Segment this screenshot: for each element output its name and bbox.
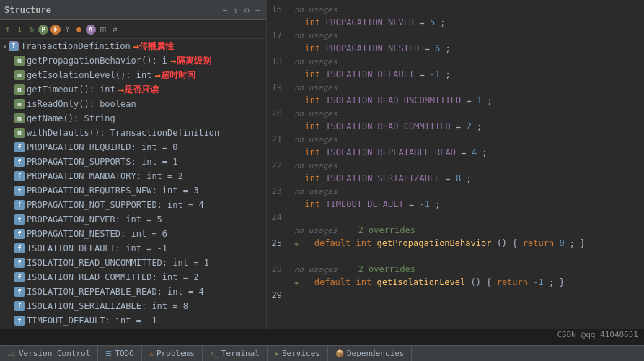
collapse-arrow: ▾	[3, 43, 7, 51]
down-arrow-btn[interactable]: ↓	[15, 23, 25, 35]
item-label-14: ISOLATION_DEFAULT: int = -1	[27, 243, 167, 253]
tree-root[interactable]: ▾ I TransactionDefinition → 传播属性	[0, 39, 266, 53]
code-content: no usages int PROPAGATION_NEVER = 5 ; no…	[288, 0, 644, 329]
purple-circle-btn[interactable]: Λ	[86, 25, 96, 35]
kw-int6: int	[304, 147, 320, 157]
item-label-4: isReadOnly(): boolean	[27, 99, 136, 109]
line-num-blank7	[270, 172, 282, 185]
settings-icon[interactable]: ⚙	[243, 4, 251, 16]
refresh-btn[interactable]: ↻	[27, 24, 37, 35]
var-isolation-repeatable-read: ISOLATION_REPEATABLE_READ	[325, 147, 456, 157]
item-label-19: TIMEOUT_DEFAULT: int = -1	[27, 316, 157, 326]
line-num-blank4	[270, 94, 282, 107]
no-usages-4: no usages	[294, 83, 338, 92]
kw-default: default	[314, 238, 351, 248]
equals4: =	[466, 95, 476, 105]
tree-item-16[interactable]: f ISOLATION_READ_COMMITTED: int = 2	[0, 270, 266, 284]
expand2-btn[interactable]: ⇄	[110, 24, 120, 35]
orange-circle-btn[interactable]: F	[50, 25, 61, 35]
tree-item-14[interactable]: f ISOLATION_DEFAULT: int = -1	[0, 241, 266, 256]
tree-item-10[interactable]: f PROPAGATION_REQUIRES_NEW: int = 3	[0, 183, 266, 198]
semi2: ;	[446, 43, 451, 53]
item-label-10: PROPAGATION_REQUIRES_NEW: int = 3	[27, 186, 198, 196]
tree-content: ▾ I TransactionDefinition → 传播属性 m getPr…	[0, 39, 266, 329]
line-num-blank1	[270, 16, 282, 29]
up-arrow-btn[interactable]: ↑	[3, 23, 13, 35]
code-line-21: no usages 2 overrides	[294, 263, 638, 276]
dependencies-tab[interactable]: 📦 Dependencies	[328, 346, 412, 362]
code-line-14: int ISOLATION_SERIALIZABLE = 8 ;	[294, 172, 638, 185]
line-num-23: 23	[270, 185, 282, 198]
terminal-tab[interactable]: >_ Terminal	[203, 346, 268, 362]
terminal-icon: >_	[210, 349, 219, 357]
version-control-tab[interactable]: ⎇ Version Control	[0, 346, 98, 362]
line-num-blank6	[270, 146, 282, 159]
equals5: =	[456, 121, 466, 131]
code-line-8: int ISOLATION_READ_UNCOMMITTED = 1 ;	[294, 94, 638, 107]
problems-tab[interactable]: ⚠ Problems	[142, 346, 203, 362]
tree-item-2[interactable]: m getIsolationLevel(): int → 超时时间	[0, 68, 266, 82]
align-btn[interactable]: ⊞	[98, 23, 108, 36]
tree-item-19[interactable]: f TIMEOUT_DEFAULT: int = -1	[0, 313, 266, 328]
arrow4: →	[118, 84, 124, 95]
watermark: CSDN @qq_41048651	[557, 330, 638, 339]
tree-item-18[interactable]: f ISOLATION_SERIALIZABLE: int = 8	[0, 299, 266, 313]
line-num-20: 20	[270, 107, 282, 120]
semi4: ;	[487, 95, 492, 105]
line-num-29: 29	[270, 289, 282, 302]
line-num-28: 28	[270, 263, 282, 276]
circle-btn[interactable]: ●	[74, 24, 84, 35]
kw-int4: int	[304, 95, 320, 105]
tree-item-4[interactable]: m isReadOnly(): boolean	[0, 97, 266, 111]
filter-btn[interactable]: Y	[63, 24, 72, 35]
tree-item-8[interactable]: f PROPAGATION_SUPPORTS: int = 1	[0, 155, 266, 169]
code-line-13: no usages	[294, 159, 638, 172]
line-num-18: 18	[270, 55, 282, 68]
editor-panel: 16 17 18 19 20 21 22 23 24 25 28 29 no u…	[267, 0, 644, 329]
badge-f: f	[14, 142, 25, 152]
green-circle-btn[interactable]: P	[38, 25, 48, 35]
code-line-17	[294, 211, 638, 224]
brace2: {	[512, 238, 517, 248]
todo-icon: ☰	[105, 349, 112, 357]
tree-item-15[interactable]: f ISOLATION_READ_UNCOMMITTED: int = 1	[0, 256, 266, 270]
tree-item-9[interactable]: f PROPAGATION_MANDATORY: int = 2	[0, 169, 266, 183]
tree-item-7[interactable]: f PROPAGATION_REQUIRED: int = 0	[0, 140, 266, 155]
tree-item-1[interactable]: m getPropagationBehavior(): i → 隔离级别	[0, 53, 266, 68]
todo-tab[interactable]: ☰ TODO	[98, 346, 142, 362]
annotation-chuanbo: 传播属性	[139, 40, 174, 53]
item-label-8: PROPAGATION_SUPPORTS: int = 1	[27, 157, 178, 167]
line-num-blank12	[270, 302, 282, 315]
no-usages-5: no usages	[294, 109, 338, 118]
badge-m: m	[14, 113, 25, 123]
badge-m: m	[14, 70, 25, 80]
line-num-blank3	[270, 68, 282, 81]
tree-item-3[interactable]: m getTimeout(): int → 是否只读	[0, 82, 266, 97]
tree-item-11[interactable]: f PROPAGATION_NOT_SUPPORTED: int = 4	[0, 198, 266, 212]
line-marker-25: ◈	[294, 240, 299, 248]
equals8: =	[409, 199, 419, 209]
close-icon[interactable]: —	[254, 4, 262, 16]
expand-icon[interactable]: ↕	[231, 4, 239, 16]
line-num-17: 17	[270, 29, 282, 42]
overrides-2: 2 overrides	[358, 264, 415, 274]
badge-f: f	[14, 301, 25, 311]
no-usages-10: no usages	[294, 265, 338, 274]
method-getisolation: getIsolationLevel	[376, 277, 465, 287]
services-tab[interactable]: ▶ Services	[268, 346, 328, 362]
tree-item-6[interactable]: m withDefaults(): TransactionDefinition	[0, 126, 266, 140]
sort-icon[interactable]: ≡	[221, 4, 229, 16]
line-num-blank5	[270, 120, 282, 133]
num-8: 8	[456, 173, 461, 183]
overrides-1: 2 overrides	[358, 225, 415, 235]
tree-item-17[interactable]: f ISOLATION_REPEATABLE_READ: int = 4	[0, 284, 266, 299]
line-num-16: 16	[270, 3, 282, 16]
tree-item-13[interactable]: f PROPAGATION_NESTED: int = 6	[0, 227, 266, 241]
git-icon: ⎇	[7, 349, 16, 357]
ret-neg1: -1	[533, 277, 543, 287]
tree-item-12[interactable]: f PROPAGATION_NEVER: int = 5	[0, 212, 266, 227]
tree-item-5[interactable]: m getName(): String	[0, 111, 266, 126]
var-isolation-serializable: ISOLATION_SERIALIZABLE	[325, 173, 440, 183]
var-isolation-default: ISOLATION_DEFAULT	[325, 69, 414, 79]
semi5: ;	[477, 121, 482, 131]
